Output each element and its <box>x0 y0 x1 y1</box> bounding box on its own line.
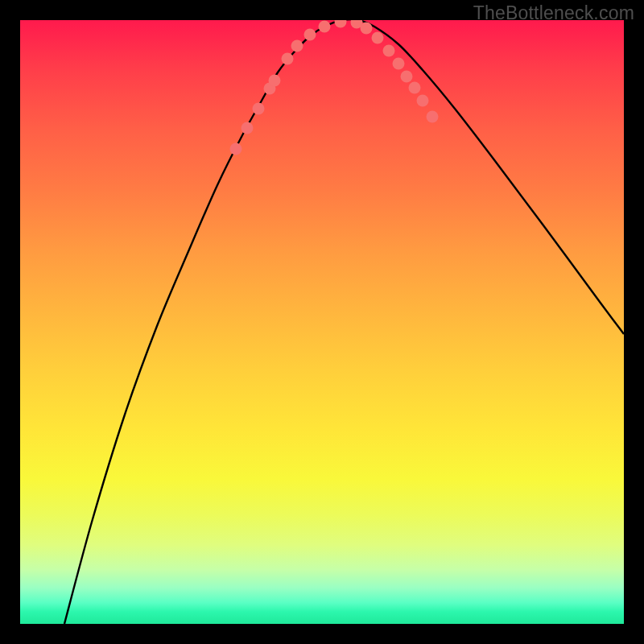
data-point <box>361 23 373 35</box>
data-point <box>372 32 384 44</box>
data-point <box>393 58 405 70</box>
bottleneck-curve <box>64 20 624 624</box>
data-point <box>291 40 303 52</box>
data-point <box>304 29 316 41</box>
data-point <box>401 71 413 83</box>
data-point <box>242 122 254 134</box>
data-point <box>319 21 331 33</box>
plot-area <box>20 20 624 624</box>
data-point <box>253 103 265 115</box>
data-point <box>269 75 281 87</box>
data-points <box>230 20 439 155</box>
chart-svg <box>20 20 624 624</box>
outer-frame: TheBottleneck.com <box>0 0 644 644</box>
watermark-text: TheBottleneck.com <box>473 2 634 24</box>
data-point <box>282 53 294 65</box>
data-point <box>335 20 347 28</box>
data-point <box>427 111 439 123</box>
data-point <box>383 45 395 57</box>
data-point <box>230 143 242 155</box>
data-point <box>409 82 421 94</box>
data-point <box>417 95 429 107</box>
